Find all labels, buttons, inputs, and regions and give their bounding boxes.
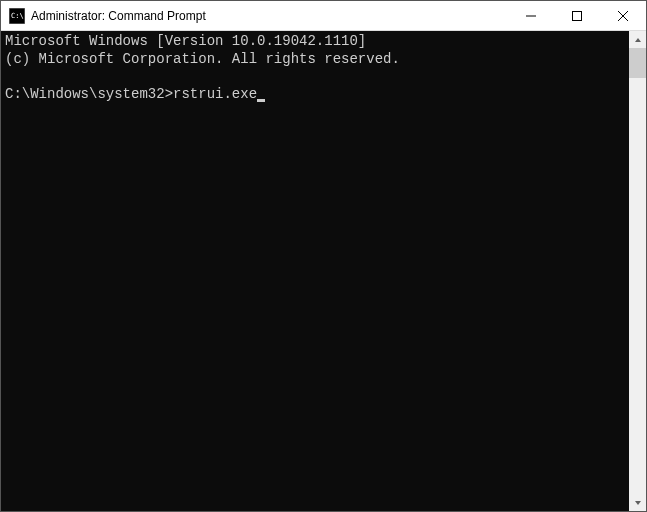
banner-line: Microsoft Windows [Version 10.0.19042.11… <box>5 33 625 51</box>
close-button[interactable] <box>600 1 646 30</box>
scroll-up-button[interactable] <box>629 31 646 48</box>
banner-line: (c) Microsoft Corporation. All rights re… <box>5 51 625 69</box>
minimize-button[interactable] <box>508 1 554 30</box>
prompt-line: C:\Windows\system32>rstrui.exe <box>5 86 625 104</box>
terminal-output[interactable]: Microsoft Windows [Version 10.0.19042.11… <box>1 31 629 511</box>
command-prompt-window: C:\ Administrator: Command Prompt Micros… <box>0 0 647 512</box>
prompt: C:\Windows\system32> <box>5 86 173 102</box>
maximize-button[interactable] <box>554 1 600 30</box>
window-title: Administrator: Command Prompt <box>31 9 508 23</box>
content-area: Microsoft Windows [Version 10.0.19042.11… <box>1 31 646 511</box>
scroll-track[interactable] <box>629 48 646 494</box>
cmd-icon: C:\ <box>9 8 25 24</box>
scroll-thumb[interactable] <box>629 48 646 78</box>
blank-line <box>5 68 625 86</box>
command-input[interactable]: rstrui.exe <box>173 86 257 102</box>
vertical-scrollbar[interactable] <box>629 31 646 511</box>
svg-rect-3 <box>573 11 582 20</box>
cursor <box>257 99 265 102</box>
scroll-down-button[interactable] <box>629 494 646 511</box>
svg-text:C:\: C:\ <box>11 12 24 20</box>
titlebar[interactable]: C:\ Administrator: Command Prompt <box>1 1 646 31</box>
window-controls <box>508 1 646 30</box>
